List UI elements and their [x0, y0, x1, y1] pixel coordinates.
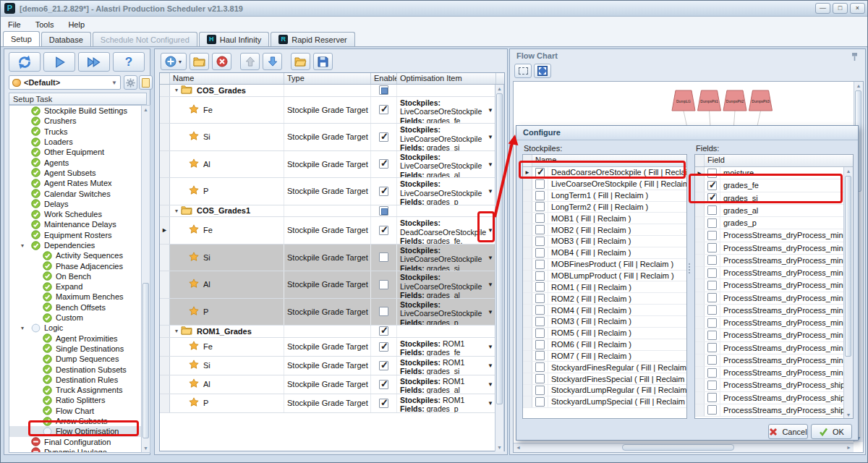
menu-item-tools[interactable]: Tools — [28, 18, 61, 31]
dropdown-caret-icon[interactable]: ▼ — [488, 161, 493, 170]
menu-item-file[interactable]: File — [1, 18, 28, 31]
move-up-button[interactable] — [240, 53, 260, 70]
list-item[interactable]: ProcessStreams_dryProcess_mine_moisture — [695, 229, 853, 242]
list-item[interactable]: grades_si — [695, 192, 853, 205]
edit-button[interactable] — [190, 53, 209, 70]
list-item[interactable]: ►moisture — [695, 167, 853, 179]
sidebar-item-custom[interactable]: Custom — [9, 313, 141, 323]
tab-database[interactable]: Database — [41, 32, 91, 46]
table-row[interactable]: PStockpile Grade TargetStockpiles: ROM1F… — [160, 394, 504, 413]
table-row[interactable]: ►FeStockpile Grade TargetStockpiles:Dead… — [160, 217, 504, 245]
enabled-checkbox[interactable] — [379, 326, 388, 336]
list-item[interactable]: LiveCoarseOreStockpile ( Fill | Reclaim … — [523, 179, 686, 190]
column-header-optimisation-item[interactable]: Optimisation Item — [397, 73, 496, 84]
splitter-grip[interactable] — [688, 263, 691, 273]
sidebar-item-bench-offsets[interactable]: Bench Offsets — [9, 302, 141, 313]
sidebar-item-destination-subsets[interactable]: Destination Subsets — [9, 364, 141, 374]
enabled-checkbox[interactable] — [379, 399, 388, 408]
expander-icon[interactable]: ▾ — [175, 87, 178, 93]
list-item[interactable]: StockyardFinesRegular ( Fill | Reclaim ) — [523, 362, 686, 373]
list-item[interactable]: ROM3 ( Fill | Reclaim ) — [523, 316, 686, 328]
list-item[interactable]: MOB4 ( Fill | Reclaim ) — [523, 247, 686, 259]
sidebar-item-activity-sequences[interactable]: Activity Sequences — [9, 250, 141, 260]
item-checkbox[interactable] — [707, 393, 717, 402]
list-item[interactable]: StockyardLumpRegular ( Fill | Reclaim ) — [523, 385, 686, 396]
item-checkbox[interactable] — [707, 169, 717, 178]
list-item[interactable]: MOBLumpProduct ( Fill | Reclaim ) — [523, 271, 686, 282]
item-checkbox[interactable] — [535, 225, 545, 234]
list-item[interactable]: ProcessStreams_dryProcess_mine_grades_al — [695, 267, 853, 279]
item-checkbox[interactable] — [535, 168, 545, 177]
enabled-checkbox[interactable] — [379, 280, 388, 289]
item-checkbox[interactable] — [535, 202, 545, 211]
sidebar-item-dynamic-haulage[interactable]: Dynamic Haulage — [9, 447, 141, 453]
canvas-hscrollbar[interactable]: ◄ ► — [514, 443, 854, 452]
item-checkbox[interactable] — [707, 193, 717, 203]
enabled-checkbox[interactable] — [379, 105, 388, 114]
marquee-select-button[interactable] — [514, 64, 532, 78]
table-row[interactable]: SiStockpile Grade TargetStockpiles:LiveC… — [160, 124, 504, 151]
dropdown-caret-icon[interactable]: ▼ — [488, 308, 493, 318]
dropdown-caret-icon[interactable]: ▼ — [488, 281, 493, 290]
sidebar-item-loaders[interactable]: Loaders — [9, 137, 141, 147]
configure-dialog-title[interactable]: Configure — [516, 126, 858, 140]
sidebar-item-agent-proximities[interactable]: Agent Proximities — [9, 334, 141, 344]
column-header-type[interactable]: Type — [284, 73, 371, 84]
item-checkbox[interactable] — [707, 181, 717, 190]
item-checkbox[interactable] — [707, 305, 717, 315]
sidebar-item-logic[interactable]: ▾Logic — [9, 323, 141, 333]
list-item[interactable]: MOBFinesProduct ( Fill | Reclaim ) — [523, 259, 686, 271]
settings-button[interactable] — [124, 75, 137, 90]
table-row[interactable]: FeStockpile Grade TargetStockpiles:LiveC… — [160, 97, 504, 124]
dropdown-caret-icon[interactable]: ▼ — [488, 226, 493, 236]
list-item[interactable]: ROM6 ( Fill | Reclaim ) — [523, 339, 686, 351]
refresh-button[interactable] — [9, 52, 41, 72]
list-item[interactable]: MOB3 ( Fill | Reclaim ) — [523, 236, 686, 247]
list-item[interactable]: ProcessStreams_dryProcess_ship_grades_si — [695, 404, 853, 417]
item-checkbox[interactable] — [707, 381, 717, 390]
item-checkbox[interactable] — [535, 351, 545, 360]
item-checkbox[interactable] — [535, 305, 545, 315]
enabled-checkbox[interactable] — [379, 307, 388, 316]
enabled-checkbox[interactable] — [379, 252, 388, 262]
group-row[interactable]: ▾ROM1_Grades — [160, 326, 504, 338]
item-checkbox[interactable] — [535, 282, 545, 292]
sidebar-item-crushers[interactable]: Crushers — [9, 116, 141, 126]
list-item[interactable]: ROM7 ( Fill | Reclaim ) — [523, 351, 686, 362]
item-checkbox[interactable] — [707, 405, 717, 415]
item-checkbox[interactable] — [707, 268, 717, 278]
sidebar-item-stockpile-build-settings[interactable]: Stockpile Build Settings — [9, 106, 141, 116]
dropdown-caret-icon[interactable]: ▼ — [488, 133, 493, 143]
list-item[interactable]: StockyardFinesSpecial ( Fill | Reclaim ) — [523, 373, 686, 385]
profile-dropdown[interactable]: <Default> ▼ — [9, 75, 121, 90]
item-checkbox[interactable] — [707, 368, 717, 378]
item-checkbox[interactable] — [535, 362, 545, 372]
sidebar-item-on-bench[interactable]: On Bench — [9, 271, 141, 281]
group-row[interactable]: ▾COS_Grades1 — [160, 205, 504, 218]
list-item[interactable]: MOB1 ( Fill | Reclaim ) — [523, 213, 686, 224]
item-checkbox[interactable] — [535, 397, 545, 407]
sidebar-item-final-configuration[interactable]: Final Configuration — [9, 437, 141, 447]
list-item[interactable]: ProcessStreams_dryProcess_mine_SubPro... — [695, 292, 853, 305]
item-checkbox[interactable] — [535, 179, 545, 189]
enabled-checkbox[interactable] — [379, 85, 388, 95]
item-checkbox[interactable] — [707, 355, 717, 365]
cancel-button[interactable]: Cancel — [768, 424, 808, 439]
sidebar-item-equipment-rosters[interactable]: Equipment Rosters — [9, 230, 141, 240]
item-checkbox[interactable] — [707, 331, 717, 340]
item-checkbox[interactable] — [535, 260, 545, 269]
dropdown-caret-icon[interactable]: ▼ — [488, 187, 493, 197]
item-checkbox[interactable] — [535, 248, 545, 258]
table-row[interactable]: AlStockpile Grade TargetStockpiles:LiveC… — [160, 151, 504, 179]
run-all-button[interactable] — [78, 52, 110, 72]
grid-scrollbar[interactable]: ▲ ▼ — [495, 85, 504, 451]
group-row[interactable]: ▾COS_Grades — [160, 85, 504, 97]
sidebar-item-agent-rates-mutex[interactable]: Agent Rates Mutex — [9, 178, 141, 188]
sidebar-item-delays[interactable]: Delays — [9, 199, 141, 209]
tab-schedule-not-configured[interactable]: Schedule Not Configured — [93, 32, 197, 46]
list-item[interactable]: ROM5 ( Fill | Reclaim ) — [523, 328, 686, 339]
fields-column-header[interactable]: Field — [705, 155, 853, 166]
item-checkbox[interactable] — [707, 343, 717, 352]
sidebar-item-ratio-splitters[interactable]: Ratio Splitters — [9, 395, 141, 405]
sidebar-item-flow-chart[interactable]: Flow Chart — [9, 406, 141, 416]
